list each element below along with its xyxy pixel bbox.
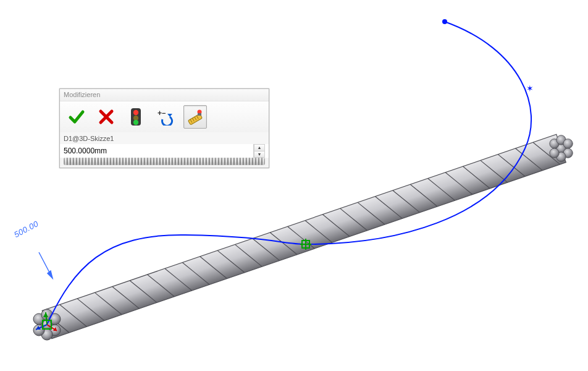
reset-icon: + − (156, 108, 175, 126)
modify-dialog[interactable]: Modifizieren + − (59, 88, 269, 168)
cancel-button[interactable] (94, 105, 118, 129)
spline-endpoint[interactable] (442, 19, 447, 24)
spin-down-button[interactable]: ▼ (254, 151, 265, 158)
svg-rect-40 (198, 113, 201, 116)
svg-point-14 (550, 148, 559, 158)
traffic-light-icon (130, 108, 142, 126)
measure-icon (186, 108, 204, 126)
svg-text:+: + (158, 109, 162, 117)
thumbwheel-slider[interactable] (64, 158, 265, 165)
mark-dimension-button[interactable] (183, 105, 207, 129)
spline-midpoint[interactable] (300, 239, 311, 250)
svg-marker-33 (167, 114, 172, 117)
svg-marker-19 (48, 271, 52, 278)
value-spinner[interactable]: ▲ ▼ (253, 144, 265, 158)
reverse-sense-button[interactable]: + − (154, 105, 177, 129)
dialog-title: Modifizieren (60, 89, 269, 101)
accept-button[interactable] (65, 105, 88, 129)
rebuild-button[interactable] (124, 105, 148, 129)
svg-point-28 (133, 110, 138, 115)
dimension-name-label: D1@3D-Skizze1 (60, 132, 269, 144)
dimension-leader[interactable] (39, 252, 52, 278)
dialog-toolbar: + − (60, 101, 269, 132)
svg-text:−: − (162, 109, 166, 117)
svg-point-11 (563, 139, 573, 148)
spline-handle-marker[interactable]: ✶ (526, 83, 534, 93)
cad-viewport[interactable]: ✶ (0, 0, 588, 371)
spin-up-button[interactable]: ▲ (254, 144, 265, 151)
cancel-icon (98, 109, 114, 125)
accept-icon (68, 108, 85, 126)
svg-point-30 (133, 120, 138, 125)
dimension-value-input[interactable] (64, 144, 253, 158)
